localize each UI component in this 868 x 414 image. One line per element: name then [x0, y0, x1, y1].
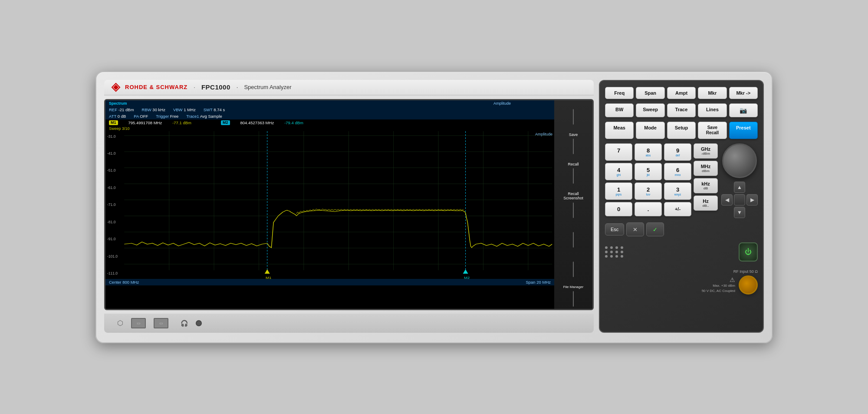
span-button[interactable]: Span: [636, 87, 664, 99]
rotary-knob[interactable]: [722, 143, 757, 178]
num-6[interactable]: 6 mno: [664, 163, 691, 180]
mhz-button[interactable]: MHz dBm: [694, 161, 718, 176]
mkr-arrow-button[interactable]: Mkr ->: [729, 87, 758, 99]
power-button[interactable]: ⏻: [739, 242, 758, 262]
softkey-btn-save[interactable]: [573, 139, 574, 154]
bottom-ctrl-row: Esc ✕ ✓: [605, 222, 758, 236]
num-1[interactable]: 1 pqrs: [605, 182, 632, 200]
num-5[interactable]: 5 jkl: [635, 163, 662, 180]
sweep-button[interactable]: Sweep: [636, 103, 664, 117]
m1-val: -77.1 dBm: [172, 120, 191, 125]
delete-button[interactable]: ✕: [626, 222, 644, 236]
num-plusminus[interactable]: +/-: [664, 202, 691, 216]
num-0[interactable]: 0: [605, 202, 632, 216]
esc-button[interactable]: Esc: [605, 223, 624, 235]
warning-icon: ⚠: [702, 276, 735, 283]
nav-down[interactable]: ▼: [734, 207, 745, 218]
num-7[interactable]: 7: [605, 143, 632, 161]
dc-rating-label: 50 V DC, AC Coupled: [702, 288, 735, 293]
m1-freq: 795.4991708 MHz: [128, 120, 162, 125]
save-recall-button[interactable]: SaveRecall: [698, 122, 727, 139]
num-3[interactable]: 3 wxyz: [664, 182, 691, 200]
num-2[interactable]: 2 tuv: [635, 182, 662, 200]
max-power-label: Max. +30 dBm: [702, 283, 735, 288]
spectrum-display[interactable]: Spectrum Amplitude REF -21 dBm RBW 30 kH…: [105, 100, 554, 309]
hz-button[interactable]: Hz dB..: [694, 195, 718, 211]
ampt-button[interactable]: Ampt: [667, 87, 696, 99]
trace-button[interactable]: Trace: [667, 103, 696, 117]
bw-button[interactable]: BW: [605, 103, 634, 117]
bottom-bar: Center 800 MHz Span 20 MHz: [105, 279, 554, 285]
softkey-empty2: [557, 255, 590, 277]
khz-button[interactable]: kHz dB: [694, 178, 718, 193]
nav-right[interactable]: ▶: [746, 194, 758, 205]
mode-button[interactable]: Mode: [636, 122, 664, 139]
units-column: GHz -dBm MHz dBm kHz dB Hz dB..: [694, 143, 718, 216]
freq-button[interactable]: Freq: [605, 87, 634, 99]
softkey-btn-5[interactable]: [573, 232, 574, 248]
sweep-label: Sweep 3/10: [105, 126, 554, 131]
num-4[interactable]: 4 ghi: [605, 163, 632, 180]
num-9[interactable]: 9 def: [664, 143, 691, 161]
softkey-file-manager: File Manager: [557, 284, 590, 307]
usb-port-2[interactable]: ▭: [154, 318, 168, 328]
device-subtitle: Spectrum Analyzer: [244, 84, 291, 90]
lines-button[interactable]: Lines: [698, 103, 727, 117]
svg-text:M2: M2: [464, 275, 470, 278]
bottom-ports: ⬡ ▭ ▭ 🎧: [104, 314, 594, 333]
bottom-right-panel: ⏻: [605, 241, 758, 263]
svg-text:M1: M1: [266, 275, 271, 278]
pa-label: PA OFF: [134, 114, 148, 119]
rf-connector[interactable]: [739, 275, 758, 295]
m2-badge: M2: [221, 120, 230, 125]
nav-up[interactable]: ▲: [734, 182, 745, 193]
softkey-btn-recall-screenshot[interactable]: [573, 202, 574, 218]
softkey-amplitude: [557, 102, 590, 125]
rf-input-section: RF Input 50 Ω ⚠ Max. +30 dBm 50 V DC, AC…: [605, 268, 758, 296]
svg-marker-24: [463, 269, 468, 274]
setup-button[interactable]: Setup: [667, 122, 696, 139]
rbw-label: RBW 30 kHz: [142, 107, 165, 112]
param-row2: ATT 0 dB PA OFF Trigger Free Trace1 Avg …: [105, 113, 554, 119]
softkey-btn-6[interactable]: [573, 262, 574, 277]
swt-label: SWT 8.74 s: [204, 107, 225, 112]
screen-area: Spectrum Amplitude REF -21 dBm RBW 30 kH…: [104, 99, 594, 310]
param-row1: REF -21 dBm RBW 30 kHz VBW 1 MHz SWT 8.7…: [105, 106, 554, 113]
vbw-label: VBW 1 MHz: [173, 107, 196, 112]
model-name: FPC1000: [201, 83, 230, 91]
confirm-button[interactable]: ✓: [646, 222, 664, 236]
num-dot[interactable]: .: [635, 202, 662, 216]
att-label: ATT 0 dB: [109, 114, 126, 119]
headphone-symbol: 🎧: [181, 320, 188, 327]
left-panel: ROHDE & SCHWARZ · FPC1000 · Spectrum Ana…: [104, 80, 594, 333]
chart-area: -31.0 -41.0 -51.0 -61.0 -71.0 -81.0 -91.…: [105, 131, 554, 279]
mkr-button[interactable]: Mkr: [698, 87, 727, 99]
function-buttons-row3: Meas Mode Setup SaveRecall Preset: [605, 122, 758, 139]
headphone-port[interactable]: [196, 320, 202, 326]
softkey-btn-recall[interactable]: [573, 168, 574, 184]
usb-port-1[interactable]: ▭: [131, 318, 146, 328]
softkey-btn-1[interactable]: [573, 109, 574, 125]
ref-label: REF -21 dBm: [109, 107, 134, 112]
nav-pad: ▲ ◀ ▶ ▼: [721, 182, 758, 218]
nav-left[interactable]: ◀: [721, 194, 733, 205]
knob-nav-column: ▲ ◀ ▶ ▼: [721, 143, 758, 218]
softkey-btn-file-manager[interactable]: [573, 291, 574, 307]
trace-label: Trace1 Avg Sample: [186, 114, 222, 119]
camera-button[interactable]: 📷: [729, 103, 758, 117]
m2-freq: 804.4527363 MHz: [240, 120, 274, 125]
meas-button[interactable]: Meas: [605, 122, 634, 139]
nav-center[interactable]: [734, 194, 745, 205]
m1-badge: M1: [109, 120, 118, 125]
num-8[interactable]: 8 abs: [635, 143, 662, 161]
ghz-button[interactable]: GHz -dBm: [694, 143, 718, 159]
softkey-empty1: [557, 225, 590, 248]
preset-button[interactable]: Preset: [729, 122, 758, 139]
controls-row: 7 8 abs 9 def 4 ghi: [605, 143, 758, 218]
mode-label: Spectrum: [109, 101, 127, 106]
span-label: Span 20 MHz: [526, 280, 551, 285]
header-bar: ROHDE & SCHWARZ · FPC1000 · Spectrum Ana…: [104, 80, 594, 96]
numpad-grid: 7 8 abs 9 def 4 ghi: [605, 143, 691, 216]
center-freq: Center 800 MHz: [109, 280, 139, 285]
device-body: ROHDE & SCHWARZ · FPC1000 · Spectrum Ana…: [95, 71, 773, 343]
